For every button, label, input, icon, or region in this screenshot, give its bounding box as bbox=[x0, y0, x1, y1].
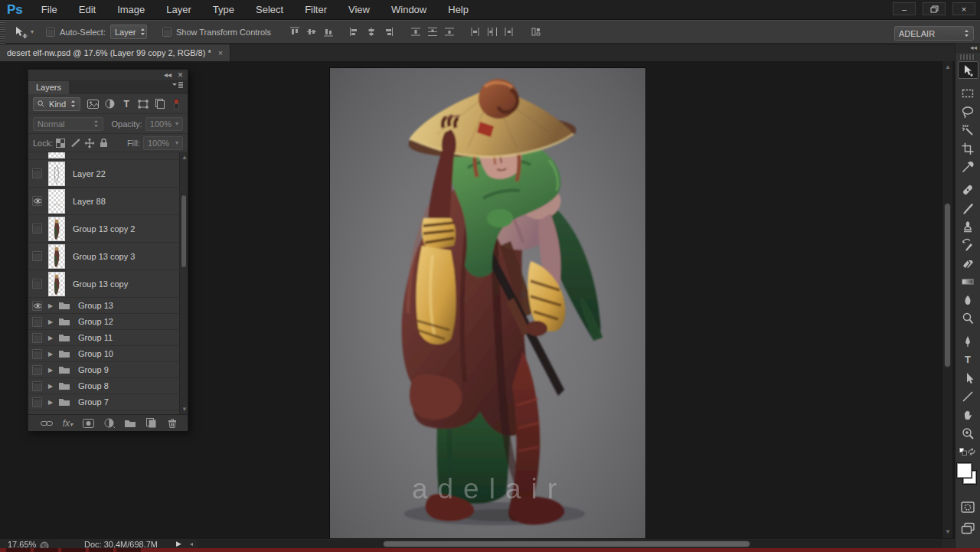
auto-select-target-dropdown[interactable]: Layer bbox=[110, 24, 147, 39]
status-menu-icon[interactable]: ▶ bbox=[176, 540, 181, 547]
layer-thumbnail[interactable] bbox=[48, 272, 65, 296]
adjustment-layer-filter-icon[interactable] bbox=[103, 97, 117, 110]
visibility-toggle[interactable] bbox=[32, 196, 42, 206]
quick-mask-mode-button[interactable] bbox=[958, 498, 978, 516]
screen-mode-button[interactable] bbox=[958, 519, 978, 537]
restore-button[interactable] bbox=[923, 2, 946, 15]
layer-row[interactable]: Group 13 copy 3 bbox=[28, 243, 188, 270]
toolbar-collapse-icon[interactable]: ◂◂ bbox=[956, 44, 980, 53]
document-tab[interactable]: desert elf-nw.psd @ 17.6% (Layer 99 copy… bbox=[0, 44, 230, 61]
expand-triangle-icon[interactable]: ▶ bbox=[48, 318, 54, 325]
close-button[interactable]: × bbox=[952, 2, 975, 15]
canvas-vertical-scrollbar[interactable]: ▲ ▼ bbox=[942, 61, 952, 538]
menu-file[interactable]: File bbox=[31, 0, 68, 20]
layer-row[interactable]: Layer 88 bbox=[28, 188, 188, 215]
visibility-toggle[interactable] bbox=[32, 397, 42, 407]
distribute-horizontal-centers-button[interactable] bbox=[485, 25, 500, 39]
align-horizontal-centers-button[interactable] bbox=[364, 25, 379, 39]
show-transform-checkbox[interactable] bbox=[162, 28, 172, 37]
visibility-toggle[interactable] bbox=[32, 279, 42, 289]
eyedropper-tool[interactable] bbox=[958, 158, 978, 175]
layers-scrollbar-thumb[interactable] bbox=[181, 194, 187, 268]
zoom-tool[interactable] bbox=[958, 424, 978, 442]
line-tool[interactable] bbox=[958, 387, 978, 405]
layer-thumbnail[interactable] bbox=[48, 162, 65, 186]
tool-preset[interactable]: ▾ bbox=[13, 26, 34, 38]
visibility-toggle[interactable] bbox=[32, 381, 42, 391]
filter-kind-dropdown[interactable]: Kind bbox=[33, 97, 80, 111]
canvas-horizontal-scrollbar[interactable] bbox=[198, 540, 942, 548]
align-top-edges-button[interactable] bbox=[287, 25, 302, 39]
distribute-top-edges-button[interactable] bbox=[408, 25, 423, 39]
pixel-layer-filter-icon[interactable] bbox=[87, 97, 100, 110]
visibility-toggle[interactable] bbox=[32, 365, 42, 375]
group-row[interactable]: ▶ Group 10 bbox=[28, 346, 188, 362]
rectangular-marquee-tool[interactable] bbox=[958, 84, 978, 102]
menu-select[interactable]: Select bbox=[245, 0, 294, 20]
pen-tool[interactable] bbox=[958, 332, 978, 350]
expand-triangle-icon[interactable]: ▶ bbox=[48, 367, 54, 374]
group-row[interactable]: ▶ Group 11 bbox=[28, 330, 188, 346]
shape-layer-filter-icon[interactable] bbox=[136, 97, 150, 110]
tab-close-icon[interactable]: × bbox=[218, 48, 223, 57]
workspace-switcher[interactable]: ADELAIR bbox=[894, 26, 974, 41]
menu-window[interactable]: Window bbox=[381, 0, 437, 20]
layer-row[interactable]: Group 13 copy bbox=[28, 270, 188, 298]
link-layers-icon[interactable] bbox=[39, 416, 54, 430]
group-row[interactable]: ▶ Group 9 bbox=[28, 362, 188, 378]
layer-row[interactable]: Group 13 copy 2 bbox=[28, 215, 188, 243]
spot-healing-brush-tool[interactable] bbox=[958, 181, 978, 198]
visibility-toggle[interactable] bbox=[32, 168, 42, 178]
brush-tool[interactable] bbox=[958, 199, 978, 217]
menu-filter[interactable]: Filter bbox=[294, 0, 338, 20]
scroll-up-icon[interactable]: ▲ bbox=[181, 154, 188, 161]
align-vertical-centers-button[interactable] bbox=[304, 25, 319, 39]
scroll-left-icon[interactable]: ◂ bbox=[190, 541, 193, 547]
vertical-scrollbar-thumb[interactable] bbox=[944, 203, 951, 367]
lock-transparency-icon[interactable] bbox=[53, 136, 67, 149]
visibility-toggle[interactable] bbox=[32, 251, 42, 261]
delete-layer-icon[interactable] bbox=[165, 416, 180, 430]
expand-triangle-icon[interactable]: ▶ bbox=[48, 383, 54, 390]
canvas-artwork[interactable]: adelair bbox=[330, 68, 645, 538]
type-layer-filter-icon[interactable]: T bbox=[119, 97, 133, 110]
group-row[interactable]: ▶ Group 8 bbox=[28, 378, 188, 394]
auto-select-checkbox[interactable] bbox=[46, 28, 55, 37]
smudge-tool[interactable] bbox=[958, 291, 978, 309]
scroll-down-icon[interactable]: ▼ bbox=[945, 528, 951, 535]
smart-object-filter-icon[interactable] bbox=[153, 97, 167, 110]
scroll-up-icon[interactable]: ▲ bbox=[945, 64, 951, 70]
layer-style-fx-icon[interactable]: fx▾ bbox=[60, 416, 75, 430]
layer-thumbnail[interactable] bbox=[48, 217, 65, 241]
quick-selection-tool[interactable] bbox=[958, 121, 978, 139]
history-brush-tool[interactable] bbox=[958, 236, 978, 253]
horizontal-type-tool[interactable]: T bbox=[958, 351, 978, 368]
align-left-edges-button[interactable] bbox=[347, 25, 362, 39]
blend-mode-dropdown[interactable]: Normal bbox=[33, 117, 103, 131]
align-bottom-edges-button[interactable] bbox=[321, 25, 336, 39]
expand-triangle-icon[interactable]: ▶ bbox=[48, 399, 54, 406]
group-row[interactable]: ▶ Group 7 bbox=[28, 394, 188, 410]
swap-colors-icon[interactable] bbox=[967, 445, 976, 459]
menu-help[interactable]: Help bbox=[437, 0, 479, 20]
distribute-vertical-centers-button[interactable] bbox=[425, 25, 440, 39]
opacity-dropdown[interactable]: 100% ▾ bbox=[145, 117, 183, 131]
scroll-down-icon[interactable]: ▼ bbox=[181, 406, 188, 413]
menu-layer[interactable]: Layer bbox=[155, 0, 202, 20]
add-layer-mask-icon[interactable] bbox=[81, 416, 96, 430]
visibility-toggle[interactable] bbox=[32, 333, 42, 343]
minimize-button[interactable]: – bbox=[893, 2, 916, 15]
new-group-icon[interactable] bbox=[122, 416, 138, 430]
hand-tool[interactable] bbox=[958, 406, 978, 423]
move-tool[interactable] bbox=[958, 61, 978, 79]
clone-stamp-tool[interactable] bbox=[958, 217, 978, 235]
crop-tool[interactable] bbox=[958, 139, 978, 157]
distribute-right-edges-button[interactable] bbox=[501, 25, 517, 39]
menu-type[interactable]: Type bbox=[202, 0, 245, 20]
toolbar-grip[interactable] bbox=[960, 54, 975, 60]
fill-dropdown[interactable]: 100% ▾ bbox=[143, 136, 183, 150]
auto-align-layers-button[interactable] bbox=[529, 25, 544, 39]
layers-tab[interactable]: Layers bbox=[28, 81, 69, 94]
gradient-tool[interactable] bbox=[958, 273, 978, 290]
expand-triangle-icon[interactable]: ▶ bbox=[48, 302, 54, 309]
